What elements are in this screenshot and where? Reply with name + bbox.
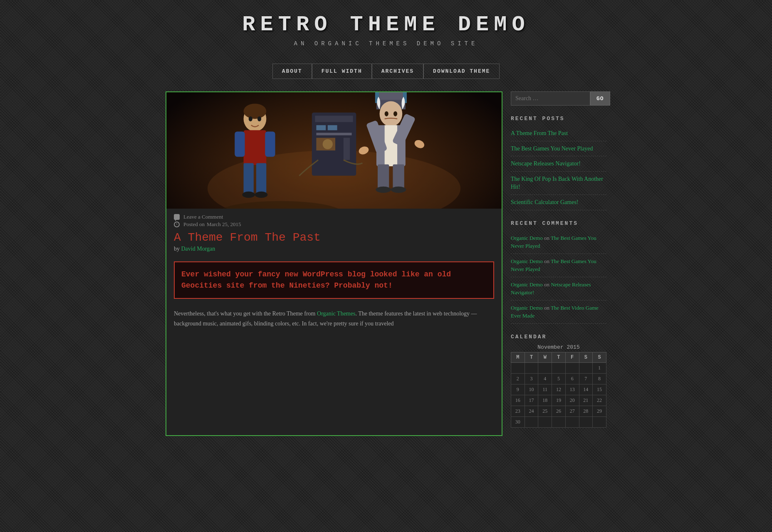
post-body-text-before: Nevertheless, that's what you get with t… [174, 310, 317, 317]
svg-rect-4 [316, 125, 326, 130]
leave-comment-link[interactable]: Leave a Comment [183, 214, 223, 220]
calendar-cell [538, 416, 552, 427]
calendar-cell: 26 [552, 406, 566, 416]
svg-rect-5 [328, 125, 337, 130]
svg-rect-10 [315, 160, 353, 166]
calendar-title: CALENDAR [511, 334, 606, 340]
svg-rect-3 [315, 116, 353, 122]
recent-comment-item: Organic Demo on The Best Games You Never… [511, 254, 606, 277]
recent-post-item: Scientific Calculator Games! [511, 195, 606, 210]
calendar-header-cell: S [593, 352, 606, 362]
svg-rect-6 [316, 133, 351, 135]
calendar-cell: 17 [525, 395, 538, 406]
post-image-scene [166, 92, 502, 209]
calendar-cell: 15 [593, 384, 606, 395]
recent-comments-title: RECENT COMMENTS [511, 220, 606, 227]
commenter-link[interactable]: Organic Demo [511, 258, 543, 264]
search-widget: GO [511, 91, 606, 106]
calendar-header-cell: F [565, 352, 579, 362]
search-button[interactable]: GO [590, 91, 610, 106]
post-title: A Theme From The Past [166, 228, 502, 246]
post-date: March 25, 2015 [207, 221, 241, 228]
calendar-cell [565, 362, 579, 373]
calendar-cell: 4 [538, 373, 552, 384]
calendar-cell: 12 [552, 384, 566, 395]
calendar-cell: 10 [525, 384, 538, 395]
post-excerpt-box: Ever wished your fancy new WordPress blo… [174, 261, 494, 299]
calendar-cell [579, 362, 593, 373]
calendar-cell: 27 [565, 406, 579, 416]
search-input[interactable] [511, 91, 590, 106]
nav-item-download-theme[interactable]: DOWNLOAD THEME [423, 64, 500, 79]
on-text: on [543, 281, 551, 288]
recent-post-link[interactable]: A Theme From The Past [511, 130, 568, 136]
calendar-cell [593, 416, 606, 427]
svg-point-12 [244, 103, 267, 118]
recent-post-item: A Theme From The Past [511, 126, 606, 141]
site-title: RETRO THEME DEMO [0, 12, 772, 37]
calendar-cell [538, 362, 552, 373]
recent-post-link[interactable]: Netscape Releases Navigator! [511, 160, 581, 167]
recent-comment-item: Organic Demo on Netscape Releases Naviga… [511, 277, 606, 300]
post-body: Nevertheless, that's what you get with t… [166, 303, 502, 335]
nav-item-full-width[interactable]: FULL WIDTH [312, 64, 372, 79]
sidebar: GO RECENT POSTS A Theme From The PastThe… [511, 91, 606, 436]
calendar-cell: 7 [579, 373, 593, 384]
calendar-table: MTWTFSS123456789101112131415161718192021… [511, 352, 606, 428]
calendar-cell: 8 [593, 373, 606, 384]
svg-rect-34 [393, 164, 404, 190]
calendar-cell: 13 [565, 384, 579, 395]
calendar-header-cell: W [538, 352, 552, 362]
recent-posts-title: RECENT POSTS [511, 116, 606, 122]
recent-post-link[interactable]: Scientific Calculator Games! [511, 199, 579, 205]
svg-rect-15 [265, 131, 275, 157]
clock-icon [174, 222, 180, 227]
recent-post-item: The Best Games You Never Played [511, 141, 606, 157]
site-nav: ABOUTFULL WIDTHARCHIVESDOWNLOAD THEME [0, 64, 772, 79]
nav-item-archives[interactable]: ARCHIVES [372, 64, 423, 79]
organic-themes-link[interactable]: Organic Themes [317, 310, 355, 317]
calendar-cell: 21 [579, 395, 593, 406]
recent-comments-widget: RECENT COMMENTS Organic Demo on The Best… [511, 220, 606, 324]
calendar-cell: 24 [525, 406, 538, 416]
post-meta: Leave a Comment Posted on March 25, 2015 [166, 209, 502, 228]
calendar-cell: 3 [525, 373, 538, 384]
post-featured-image [166, 92, 502, 209]
calendar-cell: 16 [511, 395, 525, 406]
on-text: on [543, 258, 551, 264]
post-author-link[interactable]: David Morgan [181, 246, 215, 252]
calendar-cell [525, 362, 538, 373]
calendar-cell: 18 [538, 395, 552, 406]
calendar-cell: 25 [538, 406, 552, 416]
commenter-link[interactable]: Organic Demo [511, 305, 543, 311]
commenter-link[interactable]: Organic Demo [511, 235, 543, 241]
recent-post-link[interactable]: The King Of Pop Is Back With Another Hit… [511, 176, 603, 190]
calendar-cell [565, 416, 579, 427]
calendar-cell [579, 416, 593, 427]
nav-item-about[interactable]: ABOUT [272, 64, 312, 79]
commenter-link[interactable]: Organic Demo [511, 281, 543, 288]
calendar-cell: 6 [565, 373, 579, 384]
calendar-header-cell: S [579, 352, 593, 362]
svg-point-37 [385, 111, 388, 116]
calendar-cell: 5 [552, 373, 566, 384]
post-date-line: Posted on March 25, 2015 [174, 221, 494, 228]
svg-rect-28 [385, 125, 397, 166]
calendar-cell: 23 [511, 406, 525, 416]
svg-rect-9 [344, 138, 350, 163]
svg-rect-13 [244, 130, 267, 165]
calendar-cell: 2 [511, 373, 525, 384]
post-comment-link: Leave a Comment [174, 214, 494, 220]
svg-point-8 [323, 139, 333, 149]
calendar-cell [552, 362, 566, 373]
calendar-month: November 2015 [511, 344, 606, 350]
site-header: RETRO THEME DEMO AN ORGANIC THEMES DEMO … [0, 0, 772, 55]
on-text: on [543, 235, 551, 241]
post-excerpt-text: Ever wished your fancy new WordPress blo… [181, 269, 487, 291]
calendar-cell: 30 [511, 416, 525, 427]
recent-post-link[interactable]: The Best Games You Never Played [511, 145, 593, 152]
calendar-cell [552, 416, 566, 427]
calendar-cell [525, 416, 538, 427]
calendar-cell [511, 362, 525, 373]
calendar-header-cell: T [525, 352, 538, 362]
